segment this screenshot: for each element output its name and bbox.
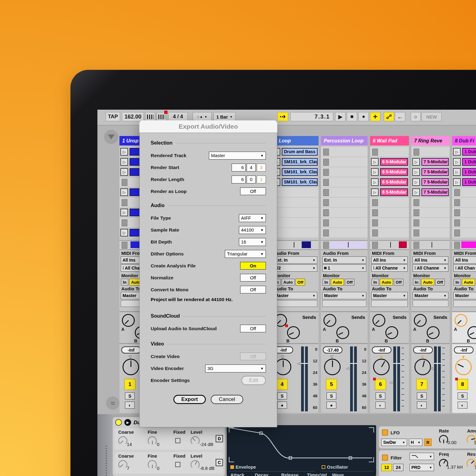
arm-button[interactable]: ◐ [458, 402, 467, 409]
track-activator-button[interactable]: 1 [124, 379, 135, 390]
overdub-button[interactable]: + [370, 112, 380, 121]
clip-stop-button[interactable] [414, 209, 419, 216]
io-channel-select[interactable]: 1▼ [322, 264, 366, 272]
render-start-sixteenth[interactable]: 3 [257, 164, 266, 172]
io-output-select[interactable]: Master▼ [273, 292, 317, 299]
tempo-field[interactable]: 162.00 [122, 112, 144, 121]
track-header[interactable]: 6 Wail Pad [370, 136, 409, 145]
track-activator-button[interactable]: 7 [416, 379, 427, 390]
clip-stop-button[interactable] [323, 209, 329, 216]
clip-play-button[interactable]: ▷ [412, 188, 420, 196]
solo-button[interactable]: S [458, 392, 467, 399]
clip-slot[interactable]: ▷1 Dub [452, 177, 476, 187]
clip-slot[interactable] [452, 187, 476, 197]
device-power-led[interactable] [115, 419, 122, 426]
monitor-auto-button[interactable]: Auto [462, 279, 475, 285]
arm-button[interactable]: ◐ [376, 402, 385, 409]
knob[interactable] [467, 326, 476, 339]
clip-slot[interactable] [272, 198, 319, 207]
clip[interactable]: 7 5-Modular [421, 168, 449, 176]
clip-play-button[interactable]: ▷ [371, 158, 379, 166]
clip-stop-button[interactable] [454, 189, 460, 196]
clip-stop-button[interactable] [323, 229, 329, 236]
clip-slot[interactable] [452, 218, 476, 227]
record-button[interactable]: ● [358, 112, 369, 121]
clip-play-button[interactable]: ▷ [371, 178, 379, 186]
new-button[interactable]: NEW [421, 112, 442, 121]
clip-slot[interactable]: ▷SM101_brk_Clav [272, 177, 319, 187]
clip-play-button[interactable]: ▷ [453, 178, 461, 186]
clip-slot[interactable]: ▷Drum and Bass [272, 147, 319, 157]
knob[interactable] [275, 359, 291, 375]
solo-button[interactable]: S [277, 392, 287, 399]
monitor-in-button[interactable]: In [372, 279, 379, 285]
monitor-auto-button[interactable]: Auto [421, 279, 434, 285]
io-channel-select[interactable]: 1/2▼ [273, 264, 317, 272]
filter-type-select[interactable]: ▼ [410, 453, 434, 460]
cancel-button[interactable]: Cancel [211, 395, 243, 404]
volume-value[interactable]: -Inf [121, 346, 141, 353]
clip[interactable]: SM101_brk_Clav [282, 168, 318, 176]
clip[interactable]: 1 Dub [462, 148, 476, 156]
clip-slot[interactable] [370, 147, 409, 157]
coarse-knob[interactable] [118, 460, 127, 469]
knob[interactable] [455, 314, 467, 327]
track-header[interactable]: 7 Ring Reve [411, 136, 450, 145]
convert-to-mono-toggle[interactable]: Off [240, 286, 266, 293]
clip-stop-button[interactable] [323, 199, 329, 206]
play-button[interactable]: ▶ [335, 112, 346, 121]
session-record-button[interactable]: ○ [411, 112, 421, 121]
oscillator-tab[interactable]: Oscillator [322, 464, 348, 470]
monitor-off-button[interactable]: Off [296, 279, 305, 285]
clip-stop-button[interactable] [323, 219, 329, 226]
quantization-select[interactable]: 1 Bar ▼ [213, 112, 236, 121]
filter-enable-checkbox[interactable] [382, 455, 388, 461]
clip-slot[interactable] [321, 157, 368, 167]
solo-button[interactable]: S [327, 392, 336, 399]
level-knob[interactable] [191, 460, 200, 469]
clip-stop-button[interactable] [323, 179, 329, 186]
stop-all-clips-button[interactable] [414, 242, 419, 249]
clip[interactable]: Drum and Bass [282, 148, 318, 156]
clip-slot[interactable] [411, 228, 450, 237]
bit-depth-select[interactable]: 16▼ [239, 238, 266, 246]
io-input-select[interactable]: All Ins▼ [371, 256, 408, 264]
arrangement-position-field[interactable]: 7. 3. 1 [290, 112, 333, 121]
clip-stop-button[interactable] [414, 229, 419, 236]
clip-stop-button[interactable] [372, 219, 378, 226]
clip-slot[interactable] [411, 208, 450, 217]
track-activator-button[interactable]: 5 [326, 379, 337, 390]
io-output-select[interactable]: Master▼ [413, 292, 448, 299]
io-output-select[interactable]: Master▼ [371, 292, 408, 299]
clip-play-button[interactable]: ▷ [120, 148, 128, 156]
clip-slot[interactable] [272, 187, 319, 197]
clip-slot[interactable] [272, 218, 319, 227]
clip-slot[interactable] [321, 208, 368, 217]
io-output-select[interactable]: Master▼ [322, 292, 366, 299]
lfo-sync-select[interactable]: H▼ [409, 439, 422, 446]
knob[interactable] [323, 314, 336, 327]
monitor-auto-button[interactable]: Auto [380, 279, 393, 285]
level-knob[interactable] [191, 436, 200, 445]
track-activator-button[interactable]: 6 [375, 379, 386, 390]
time-signature-field[interactable]: 4 / 4 [168, 112, 188, 121]
clip-stop-button[interactable] [454, 219, 460, 226]
fixed-checkbox[interactable] [175, 438, 180, 443]
render-as-loop-toggle[interactable]: Off [240, 187, 266, 195]
clip-slot[interactable]: ▷7 5-Modular [411, 187, 450, 197]
clip-stop-button[interactable] [454, 209, 460, 216]
clip-slot[interactable]: ▷1 Dub [452, 167, 476, 177]
clip-slot[interactable] [321, 228, 368, 237]
crossfade-view-button[interactable]: ≈ [106, 396, 119, 410]
knob[interactable] [427, 326, 440, 339]
clip-play-button[interactable]: ▷ [412, 158, 420, 166]
stop-all-clips-button[interactable] [323, 242, 329, 249]
knob[interactable] [414, 359, 431, 375]
clip-slot[interactable]: ▷6 5-Modular [370, 157, 409, 167]
monitor-in-button[interactable]: In [121, 279, 128, 285]
clip[interactable]: SM101_brk_Clav [282, 158, 318, 166]
render-length-bar[interactable]: 6 [232, 176, 246, 183]
arm-button[interactable]: ● [277, 402, 287, 409]
groove-pool-icon[interactable] [145, 112, 155, 121]
clip-stop-button[interactable] [122, 199, 127, 206]
